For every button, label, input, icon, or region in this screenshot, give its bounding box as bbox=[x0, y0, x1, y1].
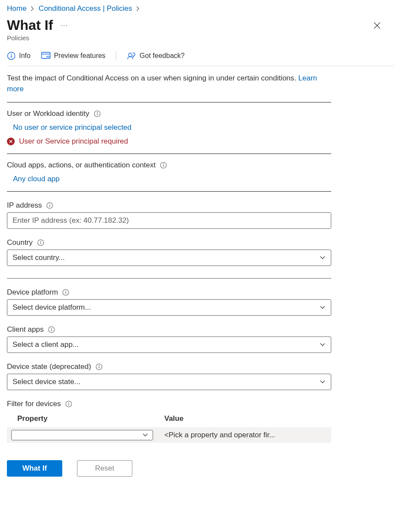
info-icon[interactable] bbox=[160, 162, 167, 169]
error-icon bbox=[7, 138, 15, 145]
breadcrumb-home[interactable]: Home bbox=[7, 4, 26, 13]
preview-label: Preview features bbox=[54, 52, 106, 60]
info-icon[interactable] bbox=[62, 289, 69, 296]
svg-rect-28 bbox=[68, 404, 69, 406]
svg-rect-19 bbox=[66, 292, 66, 294]
info-icon[interactable] bbox=[46, 202, 53, 209]
toolbar-separator bbox=[116, 51, 116, 61]
info-icon[interactable] bbox=[48, 326, 55, 333]
value-placeholder-text: <Pick a property and operator fir... bbox=[164, 431, 275, 439]
svg-rect-3 bbox=[42, 52, 50, 58]
client-apps-select[interactable]: Select a client app... bbox=[7, 337, 331, 353]
identity-error: User or Service principal required bbox=[7, 137, 331, 146]
info-button[interactable]: Info bbox=[7, 51, 31, 60]
toolbar: Info Preview features Got feedback? bbox=[7, 51, 394, 66]
svg-rect-10 bbox=[163, 165, 163, 167]
identity-error-text: User or Service principal required bbox=[19, 137, 128, 146]
identity-link[interactable]: No user or service principal selected bbox=[13, 123, 131, 131]
intro-text: Test the impact of Conditional Access on… bbox=[7, 73, 331, 94]
divider bbox=[7, 278, 331, 279]
device-state-label: Device state (deprecated) bbox=[7, 362, 91, 371]
svg-point-18 bbox=[65, 291, 66, 292]
divider bbox=[7, 154, 331, 154]
svg-point-4 bbox=[128, 53, 132, 57]
svg-rect-22 bbox=[51, 329, 51, 331]
page-subtitle: Policies bbox=[7, 34, 400, 42]
device-state-select[interactable]: Select device state... bbox=[7, 374, 331, 390]
chevron-right-icon bbox=[31, 6, 34, 11]
feedback-icon bbox=[127, 51, 136, 60]
client-apps-label: Client apps bbox=[7, 325, 44, 334]
identity-label: User or Workload identity bbox=[7, 109, 90, 118]
value-column-header: Value bbox=[164, 414, 331, 423]
feedback-label: Got feedback? bbox=[140, 52, 185, 60]
svg-point-21 bbox=[51, 328, 52, 329]
country-label: Country bbox=[7, 238, 33, 247]
info-icon[interactable] bbox=[96, 363, 102, 370]
more-actions-button[interactable]: ··· bbox=[61, 22, 68, 29]
chevron-down-icon bbox=[142, 433, 148, 437]
close-button[interactable] bbox=[371, 20, 383, 31]
svg-point-12 bbox=[49, 204, 50, 205]
feedback-button[interactable]: Got feedback? bbox=[127, 51, 185, 60]
cloudapps-label: Cloud apps, actions, or authentication c… bbox=[7, 161, 156, 170]
svg-point-1 bbox=[11, 54, 12, 54]
filter-devices-label: Filter for devices bbox=[7, 400, 61, 408]
chevron-right-icon bbox=[136, 6, 140, 11]
breadcrumb-conditional-access[interactable]: Conditional Access | Policies bbox=[38, 4, 132, 13]
svg-rect-25 bbox=[99, 366, 99, 369]
device-platform-select[interactable]: Select device platform... bbox=[7, 299, 331, 316]
preview-icon bbox=[41, 52, 51, 60]
property-column-header: Property bbox=[17, 414, 164, 423]
property-select[interactable] bbox=[11, 430, 153, 440]
ip-label: IP address bbox=[7, 201, 42, 210]
svg-point-27 bbox=[68, 402, 69, 403]
page-title: What If bbox=[7, 17, 53, 33]
svg-point-9 bbox=[163, 163, 164, 164]
chevron-down-icon bbox=[320, 305, 326, 310]
chevron-down-icon bbox=[320, 380, 326, 384]
chevron-down-icon bbox=[320, 343, 326, 347]
divider bbox=[7, 191, 331, 192]
preview-features-button[interactable]: Preview features bbox=[41, 52, 106, 60]
reset-button[interactable]: Reset bbox=[77, 460, 132, 477]
svg-rect-13 bbox=[49, 205, 50, 207]
filter-header: Property Value bbox=[7, 414, 331, 423]
breadcrumb: Home Conditional Access | Policies bbox=[7, 4, 400, 13]
device-platform-label: Device platform bbox=[7, 288, 58, 297]
whatif-button[interactable]: What If bbox=[7, 460, 62, 477]
country-select[interactable]: Select country... bbox=[7, 250, 331, 266]
filter-row: <Pick a property and operator fir... bbox=[7, 427, 331, 443]
info-icon bbox=[7, 51, 16, 60]
info-icon[interactable] bbox=[94, 110, 101, 117]
svg-rect-7 bbox=[97, 113, 97, 115]
divider bbox=[7, 102, 331, 103]
info-icon[interactable] bbox=[65, 401, 72, 407]
chevron-down-icon bbox=[320, 256, 326, 260]
svg-point-24 bbox=[99, 365, 99, 366]
ip-input[interactable] bbox=[7, 212, 331, 229]
svg-rect-2 bbox=[11, 55, 12, 58]
svg-point-6 bbox=[97, 112, 98, 113]
info-label: Info bbox=[19, 52, 31, 60]
info-icon[interactable] bbox=[37, 239, 44, 246]
svg-rect-16 bbox=[40, 242, 41, 244]
svg-point-15 bbox=[40, 241, 41, 242]
cloudapps-link[interactable]: Any cloud app bbox=[13, 175, 60, 183]
